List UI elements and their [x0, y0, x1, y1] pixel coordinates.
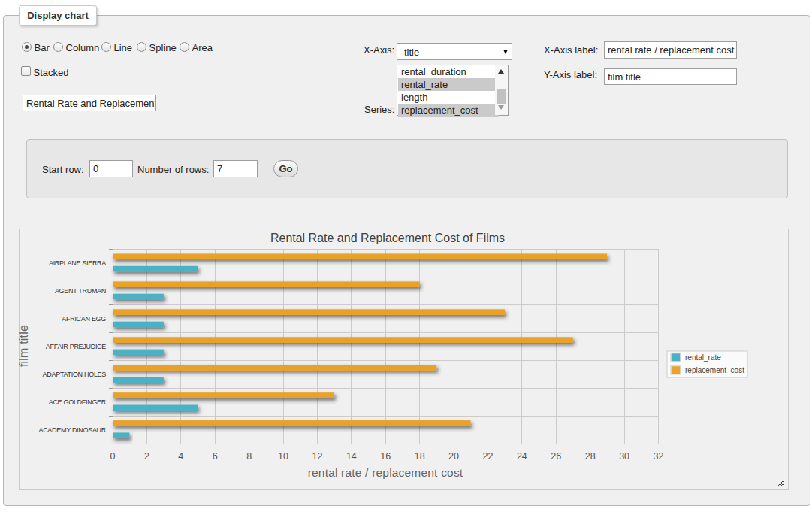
svg-text:12: 12 — [312, 451, 322, 462]
svg-text:rental_rate: rental_rate — [685, 353, 721, 362]
svg-text:rental rate / replacement cost: rental rate / replacement cost — [308, 466, 463, 479]
svg-text:4: 4 — [178, 451, 183, 462]
svg-text:2: 2 — [144, 451, 149, 462]
svg-text:AGENT TRUMAN: AGENT TRUMAN — [55, 287, 106, 295]
svg-text:14: 14 — [346, 451, 357, 462]
svg-text:22: 22 — [483, 451, 494, 462]
svg-text:Rental Rate and Replacement Co: Rental Rate and Replacement Cost of Film… — [270, 232, 505, 244]
svg-text:6: 6 — [213, 451, 218, 462]
svg-text:AIRPLANE SIERRA: AIRPLANE SIERRA — [49, 259, 106, 267]
svg-text:32: 32 — [654, 451, 664, 462]
svg-text:10: 10 — [278, 451, 288, 462]
svg-text:8: 8 — [246, 451, 252, 462]
svg-text:ACADEMY DINOSAUR: ACADEMY DINOSAUR — [38, 426, 106, 434]
svg-text:18: 18 — [415, 451, 425, 462]
svg-text:26: 26 — [551, 451, 561, 462]
svg-text:AFFAIR PREJUDICE: AFFAIR PREJUDICE — [46, 343, 107, 350]
svg-text:AFRICAN EGG: AFRICAN EGG — [62, 315, 106, 323]
svg-text:0: 0 — [110, 451, 116, 462]
svg-text:ADAPTATION HOLES: ADAPTATION HOLES — [43, 371, 107, 378]
svg-text:replacement_cost: replacement_cost — [685, 366, 744, 374]
svg-text:film title: film title — [19, 325, 30, 367]
svg-text:16: 16 — [380, 451, 391, 462]
svg-text:24: 24 — [517, 451, 527, 462]
svg-text:20: 20 — [448, 451, 459, 462]
svg-text:30: 30 — [619, 451, 629, 462]
svg-text:28: 28 — [585, 451, 596, 462]
svg-text:ACE GOLDFINGER: ACE GOLDFINGER — [49, 398, 107, 406]
